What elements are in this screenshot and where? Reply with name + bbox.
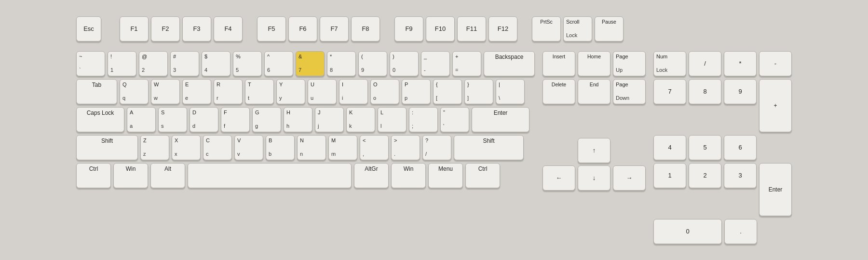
key-up[interactable]: ↑: [578, 138, 610, 163]
key-insert[interactable]: Insert: [542, 51, 575, 76]
key-l[interactable]: L l: [378, 107, 407, 132]
key-ctrl-left[interactable]: Ctrl: [76, 163, 111, 188]
key-esc[interactable]: Esc: [76, 16, 101, 41]
key-a[interactable]: A a: [127, 107, 156, 132]
key-f7[interactable]: F7: [320, 16, 349, 41]
key-num-sub[interactable]: -: [759, 51, 792, 76]
key-2[interactable]: @ 2: [139, 51, 168, 76]
key-shift-right[interactable]: Shift: [454, 135, 524, 160]
key-tab[interactable]: Tab: [76, 79, 117, 104]
key-s[interactable]: S s: [158, 107, 187, 132]
key-4[interactable]: $ 4: [202, 51, 231, 76]
key-num0[interactable]: 0: [653, 219, 722, 244]
key-7[interactable]: & 7: [296, 51, 325, 76]
key-ctrl-right[interactable]: Ctrl: [465, 163, 500, 188]
key-b[interactable]: B b: [266, 135, 295, 160]
key-left[interactable]: ←: [542, 165, 575, 191]
key-alt-left[interactable]: Alt: [150, 163, 185, 188]
key-lbracket[interactable]: { [: [433, 79, 462, 104]
key-down[interactable]: ↓: [578, 165, 610, 191]
key-equals[interactable]: + =: [452, 51, 481, 76]
key-p[interactable]: P p: [402, 79, 431, 104]
key-backslash[interactable]: | \: [496, 79, 525, 104]
key-num-mul[interactable]: *: [724, 51, 757, 76]
key-comma[interactable]: < ,: [360, 135, 389, 160]
key-num1[interactable]: 1: [653, 163, 686, 188]
key-pagedown[interactable]: Page Down: [613, 79, 646, 104]
key-capslock[interactable]: Caps Lock: [76, 107, 124, 132]
key-x[interactable]: X x: [172, 135, 201, 160]
key-f1[interactable]: F1: [120, 16, 149, 41]
key-num-enter[interactable]: Enter: [759, 163, 792, 216]
key-f9[interactable]: F9: [394, 16, 423, 41]
key-f4[interactable]: F4: [214, 16, 243, 41]
key-num3[interactable]: 3: [724, 163, 757, 188]
key-8[interactable]: * 8: [327, 51, 356, 76]
key-t[interactable]: T t: [245, 79, 274, 104]
key-r[interactable]: R r: [214, 79, 243, 104]
key-shift-left[interactable]: Shift: [76, 135, 138, 160]
key-f12[interactable]: F12: [488, 16, 517, 41]
key-1[interactable]: ! 1: [108, 51, 136, 76]
key-quote[interactable]: " ': [440, 107, 469, 132]
key-n[interactable]: N n: [297, 135, 326, 160]
key-num8[interactable]: 8: [689, 79, 721, 104]
key-f11[interactable]: F11: [457, 16, 486, 41]
key-pageup[interactable]: Page Up: [613, 51, 646, 76]
key-e[interactable]: E e: [182, 79, 211, 104]
key-win-left[interactable]: Win: [113, 163, 148, 188]
key-i[interactable]: I i: [339, 79, 368, 104]
key-altgr[interactable]: AltGr: [354, 163, 389, 188]
key-num-add[interactable]: +: [759, 79, 792, 132]
key-scrolllock[interactable]: Scroll Lock: [563, 16, 592, 41]
key-3[interactable]: # 3: [170, 51, 199, 76]
key-c[interactable]: C c: [203, 135, 232, 160]
key-rbracket[interactable]: } ]: [464, 79, 493, 104]
key-pause[interactable]: Pause: [595, 16, 624, 41]
key-minus[interactable]: _ -: [421, 51, 450, 76]
key-num5[interactable]: 5: [689, 135, 721, 160]
key-num6[interactable]: 6: [724, 135, 757, 160]
key-v[interactable]: V v: [234, 135, 263, 160]
key-menu[interactable]: Menu: [428, 163, 463, 188]
key-0[interactable]: ) 0: [390, 51, 419, 76]
key-space[interactable]: [188, 163, 352, 188]
key-numlock[interactable]: Num Lock: [653, 51, 686, 76]
key-home[interactable]: Home: [578, 51, 610, 76]
key-prtsc[interactable]: PrtSc: [532, 16, 561, 41]
key-m[interactable]: M m: [328, 135, 357, 160]
key-f8[interactable]: F8: [351, 16, 380, 41]
key-slash[interactable]: ? /: [422, 135, 451, 160]
key-end[interactable]: End: [578, 79, 610, 104]
key-9[interactable]: ( 9: [358, 51, 387, 76]
key-f6[interactable]: F6: [288, 16, 317, 41]
key-h[interactable]: H h: [284, 107, 312, 132]
key-y[interactable]: Y y: [276, 79, 305, 104]
key-num-dot[interactable]: .: [724, 219, 757, 244]
key-semicolon[interactable]: : ;: [409, 107, 438, 132]
key-g[interactable]: G g: [252, 107, 281, 132]
key-f5[interactable]: F5: [257, 16, 286, 41]
key-num2[interactable]: 2: [689, 163, 721, 188]
key-k[interactable]: K k: [346, 107, 375, 132]
key-f2[interactable]: F2: [151, 16, 180, 41]
key-o[interactable]: O o: [370, 79, 399, 104]
key-w[interactable]: W w: [151, 79, 180, 104]
key-enter[interactable]: Enter: [472, 107, 529, 132]
key-z[interactable]: Z z: [140, 135, 169, 160]
key-d[interactable]: D d: [190, 107, 218, 132]
key-j[interactable]: J j: [315, 107, 344, 132]
key-6[interactable]: ^ 6: [264, 51, 293, 76]
key-backspace[interactable]: Backspace: [484, 51, 535, 76]
key-num7[interactable]: 7: [653, 79, 686, 104]
key-num-div[interactable]: /: [689, 51, 721, 76]
key-num4[interactable]: 4: [653, 135, 686, 160]
key-backtick[interactable]: ~ `: [76, 51, 105, 76]
key-u[interactable]: U u: [308, 79, 337, 104]
key-f10[interactable]: F10: [426, 16, 455, 41]
key-f[interactable]: F f: [221, 107, 250, 132]
key-win-right[interactable]: Win: [391, 163, 426, 188]
key-q[interactable]: Q q: [120, 79, 149, 104]
key-num9[interactable]: 9: [724, 79, 757, 104]
key-period[interactable]: > .: [391, 135, 420, 160]
